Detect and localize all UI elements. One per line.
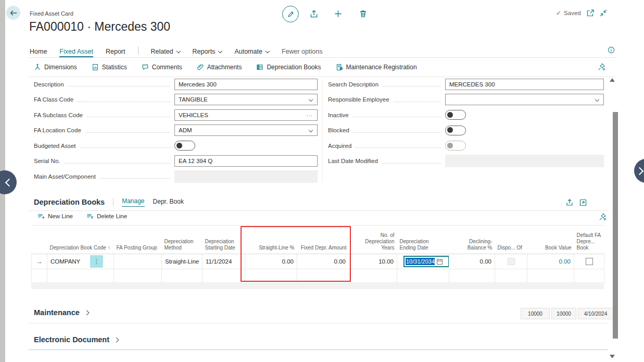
col-declining-balance[interactable]: Declining-Balance % (449, 226, 495, 254)
tab-report[interactable]: Report (106, 48, 125, 57)
col-book-value[interactable]: Book Value (527, 226, 574, 254)
section-electronic-document[interactable]: Electronic Document (34, 335, 118, 344)
col-straight-line[interactable]: Straight-Line % (245, 226, 297, 254)
blocked-toggle[interactable] (445, 126, 466, 135)
chevron-right-icon (114, 337, 119, 342)
default-fa-depr-book-checkbox[interactable] (586, 258, 593, 265)
empty-cell (297, 269, 349, 283)
book-value-link[interactable]: 0.00 (559, 258, 571, 265)
scroll-up-arrow[interactable] (610, 78, 615, 82)
open-in-window-button[interactable] (586, 9, 595, 17)
next-record-button[interactable] (634, 159, 644, 183)
plus-icon (334, 9, 343, 18)
col-fixed-depr-amount[interactable]: Fixed Depr. Amount (297, 226, 349, 254)
ending-date-input[interactable]: 10/31/2034 (403, 256, 449, 267)
row-menu-button[interactable]: ⋮ (90, 255, 103, 268)
scrollbar-thumb[interactable] (613, 112, 618, 339)
field-row-search-description: Search DescriptionMERCEDES 300 (328, 77, 604, 92)
cell-declining-balance-pct[interactable]: 0.00 (449, 254, 495, 269)
back-button[interactable] (6, 6, 20, 20)
tab-reports[interactable]: Reports (193, 48, 222, 57)
tab-label: Automate (234, 48, 262, 55)
tab-automate[interactable]: Automate (234, 48, 269, 57)
collapse-button[interactable] (599, 9, 608, 17)
empty-cell (203, 269, 245, 283)
action-label: Statistics (102, 64, 127, 71)
dotted-leader (78, 101, 170, 102)
action-comments[interactable]: Comments (142, 64, 182, 71)
depreciation-books-icon (256, 64, 263, 71)
fa-class-code-input[interactable]: TANGIBLE (174, 94, 318, 105)
action-maintenance-registration[interactable]: Maintenance Registration (336, 64, 417, 71)
empty-cell (574, 269, 604, 283)
previous-record-button[interactable] (0, 170, 17, 194)
fa-location-code-input[interactable]: ADM (174, 124, 318, 136)
scroll-down-arrow[interactable] (610, 355, 615, 358)
collapse-icon (599, 9, 608, 17)
subpage-share-button[interactable] (565, 198, 574, 207)
table-row: →COMPANY⋮Straight-Line11/1/20240.000.001… (32, 254, 604, 269)
field-label: Budgeted Asset (34, 143, 76, 149)
delete-button[interactable] (359, 9, 368, 18)
cell-book-value[interactable]: 0.00 (527, 254, 574, 269)
fa-subclass-code-input[interactable]: VEHICLES... (174, 109, 318, 121)
tab-fewer-options[interactable]: Fewer options (282, 48, 323, 57)
grid-pin-button[interactable] (599, 213, 607, 221)
col-default-fa-depre-book[interactable]: Default FA Depre... Book (574, 226, 604, 254)
menu-depr-book[interactable]: Depr. Book (153, 198, 184, 207)
budgeted-asset-toggle[interactable] (174, 141, 195, 151)
cell-depreciation-ending-date[interactable]: 10/31/2034 (397, 254, 449, 269)
col-depreciation-ending-date[interactable]: Depreciation Ending Date (397, 226, 449, 254)
cell-straight-line-pct[interactable]: 0.00 (245, 254, 297, 269)
new-button[interactable] (334, 9, 343, 18)
cell-default-fa-depr-book[interactable] (574, 254, 604, 269)
assist-edit-button[interactable]: ... (307, 111, 313, 117)
inactive-toggle[interactable] (445, 110, 466, 120)
maintenance-tile[interactable]: 10000 (551, 308, 576, 319)
cell-no-of-depreciation-years[interactable]: 10.00 (349, 254, 397, 269)
col-dispo-of[interactable]: Dispo... Of (495, 226, 527, 254)
tab-fixed-asset[interactable]: Fixed Asset (59, 48, 93, 57)
cell-depreciation-starting-date[interactable]: 11/1/2024 (203, 254, 245, 269)
info-button[interactable] (607, 46, 615, 54)
pin-button[interactable] (598, 63, 605, 71)
action-attachments[interactable]: Attachments (197, 64, 242, 71)
field-label: Description (34, 81, 64, 88)
dotted-leader (68, 85, 170, 86)
cell-depreciation-method[interactable]: Straight-Line (162, 254, 203, 269)
section-maintenance[interactable]: Maintenance (34, 308, 89, 317)
tab-home[interactable]: Home (30, 48, 47, 57)
action-dimensions[interactable]: Dimensions (34, 64, 77, 71)
serial-no-input[interactable]: EA 12 394 Q (174, 155, 318, 167)
empty-cell (349, 269, 397, 283)
divider (29, 323, 608, 323)
description-input[interactable]: Mercedes 300 (174, 79, 318, 90)
edit-button[interactable] (282, 6, 299, 22)
maintenance-tile[interactable]: 4/10/2024 (578, 308, 613, 319)
method-value: Straight-Line (165, 258, 199, 265)
subpage-popout-button[interactable] (579, 198, 587, 207)
action-statistics[interactable]: Statistics (92, 64, 127, 71)
share-button[interactable] (309, 9, 319, 19)
acquired-toggle (445, 141, 466, 151)
cell-fa-posting-group[interactable] (114, 254, 162, 269)
col-depreciation-starting-date[interactable]: Depreciation Starting Date (203, 226, 245, 254)
col-no-of-depreciation-years[interactable]: No. of Depreciation Years (349, 226, 397, 254)
action-depreciation-books[interactable]: Depreciation Books (256, 64, 321, 71)
chevron-down-icon (309, 97, 313, 102)
responsible-employee-input[interactable] (445, 94, 604, 105)
col-depreciation-method[interactable]: Depreciation Method (162, 226, 203, 254)
tab-related[interactable]: Related (151, 48, 180, 57)
new-line-button[interactable]: New Line (37, 213, 73, 220)
calendar-icon[interactable] (436, 258, 443, 265)
delete-line-button[interactable]: Delete Line (86, 213, 127, 220)
col-depreciation-book-code[interactable]: Depreciation Book Code↑ (47, 226, 114, 254)
maintenance-tile[interactable]: 10000 (521, 308, 550, 319)
search-description-input[interactable]: MERCEDES 300 (445, 79, 604, 90)
cell-fixed-depr-amount[interactable]: 0.00 (297, 254, 349, 269)
col-x[interactable] (32, 226, 47, 254)
tab-divider (138, 47, 138, 55)
cell-depreciation-book-code[interactable]: COMPANY⋮ (47, 254, 114, 269)
menu-manage[interactable]: Manage (122, 197, 144, 207)
col-fa-posting-group[interactable]: FA Posting Group (114, 226, 162, 254)
